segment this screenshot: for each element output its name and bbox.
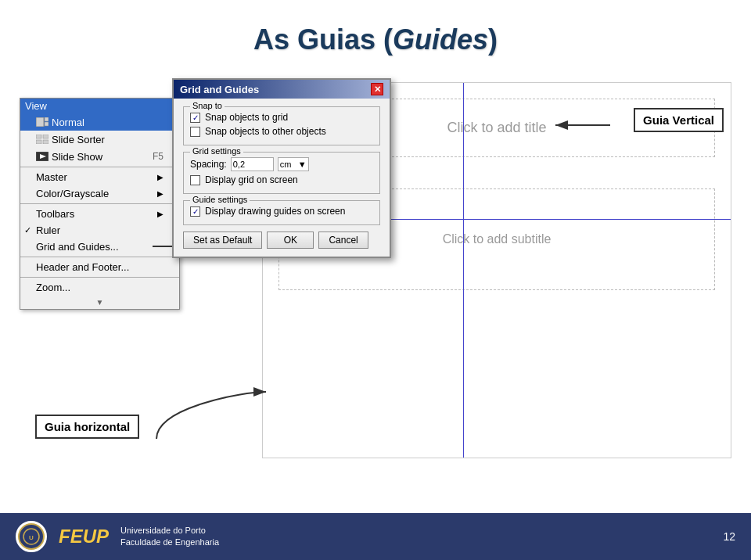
spacing-unit-select[interactable]: cm ▼ <box>278 157 309 171</box>
snap-to-grid-label: Snap objects to grid <box>205 112 288 123</box>
page-title: As Guias (Guides) <box>0 0 751 56</box>
spacing-label: Spacing: <box>190 159 227 170</box>
dialog-title: Grid and Guides <box>180 84 259 95</box>
footer: U FEUP Universidade do Porto Faculdade d… <box>0 513 751 560</box>
snap-to-objects-label: Snap objects to other objects <box>205 126 326 137</box>
grid-guides-dialog: Grid and Guides ✕ Snap to ✓ Snap objects… <box>172 78 391 258</box>
display-grid-checkbox[interactable] <box>190 175 200 185</box>
menu-item-normal[interactable]: Normal <box>20 113 179 131</box>
snap-to-objects-checkbox[interactable] <box>190 127 200 137</box>
faculty-name: Faculdade de Engenharia <box>120 537 219 548</box>
page-number: 12 <box>723 530 735 543</box>
grid-settings-title: Grid settings <box>190 146 243 156</box>
vertical-guide-line <box>463 83 464 458</box>
slide-title-placeholder: Click to add title <box>447 120 546 136</box>
dialog-close-button[interactable]: ✕ <box>371 83 383 95</box>
submenu-arrow-color: ▶ <box>157 189 163 198</box>
slide-subtitle-placeholder: Click to add subtitle <box>443 232 552 246</box>
title-text2: Guides <box>393 23 488 56</box>
display-guides-label: Display drawing guides on screen <box>205 206 345 217</box>
menu-item-toolbars[interactable]: Toolbars ▶ <box>20 206 179 222</box>
cancel-button[interactable]: Cancel <box>318 232 368 249</box>
snap-to-title: Snap to <box>190 101 225 110</box>
display-guides-row: ✓ Display drawing guides on screen <box>190 206 373 217</box>
context-menu: View Normal Slide Sorter <box>20 98 180 310</box>
menu-item-color-grayscale[interactable]: Color/Grayscale ▶ <box>20 185 179 202</box>
svg-rect-6 <box>43 135 49 138</box>
svg-rect-7 <box>36 140 41 144</box>
menu-item-slide-sorter[interactable]: Slide Sorter <box>20 131 179 148</box>
slide-sorter-icon <box>36 133 49 145</box>
display-grid-row: Display grid on screen <box>190 174 373 185</box>
menu-item-master[interactable]: Master ▶ <box>20 169 179 185</box>
select-dropdown-icon: ▼ <box>298 160 307 169</box>
svg-rect-5 <box>36 135 41 138</box>
svg-rect-4 <box>45 122 49 126</box>
title-text3: ) <box>488 23 498 56</box>
dialog-titlebar: Grid and Guides ✕ <box>174 80 390 99</box>
footer-text-group: FEUP <box>59 526 109 547</box>
submenu-arrow-master: ▶ <box>157 173 163 181</box>
footer-university-text: Universidade do Porto Faculdade de Engen… <box>120 525 219 549</box>
menu-item-zoom[interactable]: Zoom... <box>20 279 179 296</box>
menu-item-slide-show[interactable]: Slide Show F5 <box>20 148 179 165</box>
title-text1: As Guias ( <box>253 23 393 56</box>
snap-to-objects-row: Snap objects to other objects <box>190 126 373 137</box>
slide-area: As Guias (Guides) Click to add title Cli… <box>0 0 751 513</box>
snap-to-section: Snap to ✓ Snap objects to grid Snap obje… <box>183 106 380 145</box>
svg-rect-3 <box>45 117 49 121</box>
menu-separator-1 <box>20 167 179 167</box>
display-guides-checkbox[interactable]: ✓ <box>190 206 200 217</box>
guide-settings-title: Guide settings <box>190 195 250 204</box>
dialog-body: Snap to ✓ Snap objects to grid Snap obje… <box>174 99 390 257</box>
menu-scroll-indicator: ▼ <box>20 296 179 309</box>
grid-settings-section: Grid settings Spacing: 0,2 cm ▼ Display … <box>183 152 380 194</box>
display-grid-label: Display grid on screen <box>205 174 298 185</box>
svg-rect-2 <box>36 117 44 127</box>
menu-item-ruler[interactable]: Ruler <box>20 222 179 239</box>
normal-view-icon <box>36 116 49 128</box>
svg-rect-8 <box>43 140 49 144</box>
feup-logo-circle: U <box>16 521 47 552</box>
dialog-buttons: Set as Default OK Cancel <box>183 232 380 249</box>
menu-separator-4 <box>20 277 179 278</box>
arrow-to-vertical-guide <box>552 113 614 137</box>
arrow-to-horizontal-guide <box>149 384 274 447</box>
footer-feup-label: FEUP <box>59 526 109 547</box>
guia-vertical-label: Guia Vertical <box>634 108 724 132</box>
guia-horizontal-label: Guia horizontal <box>35 415 139 439</box>
snap-to-grid-checkbox[interactable]: ✓ <box>190 113 200 123</box>
menu-header: View <box>20 99 179 113</box>
guide-settings-section: Guide settings ✓ Display drawing guides … <box>183 200 380 225</box>
set-default-button[interactable]: Set as Default <box>183 232 262 249</box>
snap-to-grid-row: ✓ Snap objects to grid <box>190 112 373 123</box>
menu-separator-3 <box>20 257 179 257</box>
spacing-input[interactable]: 0,2 <box>231 157 274 171</box>
menu-separator-2 <box>20 203 179 204</box>
svg-text:U: U <box>29 534 34 541</box>
university-name: Universidade do Porto <box>120 525 219 537</box>
ok-button[interactable]: OK <box>267 232 314 249</box>
submenu-arrow-toolbars: ▶ <box>157 210 163 218</box>
menu-item-header-footer[interactable]: Header and Footer... <box>20 259 179 275</box>
spacing-row: Spacing: 0,2 cm ▼ <box>190 157 373 171</box>
slide-show-icon <box>36 150 49 163</box>
feup-logo-svg: U <box>18 523 45 550</box>
